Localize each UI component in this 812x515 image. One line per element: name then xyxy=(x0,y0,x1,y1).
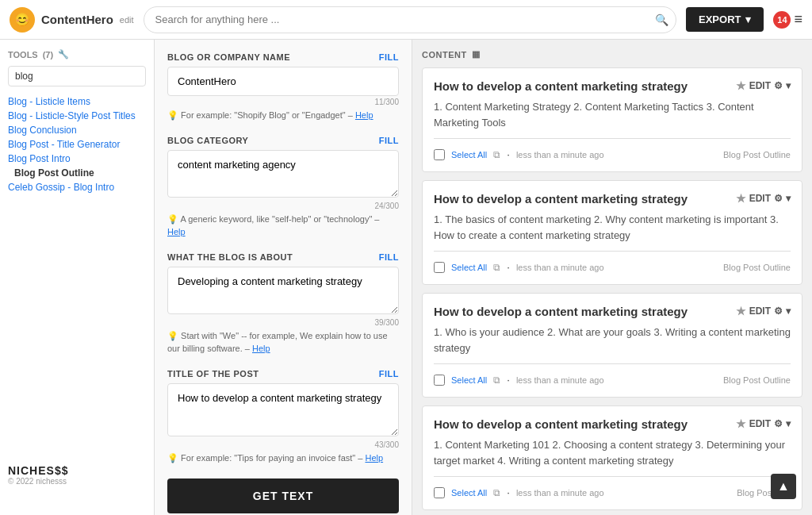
select-all-link[interactable]: Select All xyxy=(451,150,487,159)
card-type: Blog Post Outline xyxy=(723,375,791,385)
chevron-down-icon[interactable]: ▾ xyxy=(786,306,791,317)
title-hint-link[interactable]: Help xyxy=(365,453,383,463)
company-char-count: 11/300 xyxy=(167,98,399,106)
card-title-area: How to develop a content marketing strat… xyxy=(434,192,791,206)
card-body: 1. The basics of content marketing 2. Wh… xyxy=(434,212,791,243)
sidebar-item-post-intro[interactable]: Blog Post Intro xyxy=(8,152,146,166)
company-fill-link[interactable]: FILL xyxy=(379,52,399,62)
card-footer-left: Select All ⧉ · less than a minute ago xyxy=(434,374,604,386)
sidebar-item-celeb-gossip[interactable]: Celeb Gossip - Blog Intro xyxy=(8,180,146,194)
card-time: less than a minute ago xyxy=(516,150,604,159)
post-title-input[interactable]: How to develop a content marketing strat… xyxy=(167,383,399,436)
logo-edit-link[interactable]: edit xyxy=(120,15,134,25)
logo-icon: 😊 xyxy=(10,7,35,33)
content-card: How to develop a content marketing strat… xyxy=(422,293,802,398)
card-body: 1. Content Marketing 101 2. Choosing a c… xyxy=(434,437,791,468)
search-wrapper: 🔍 xyxy=(144,6,676,33)
form-panel: BLOG OR COMPANY NAME FILL 11/300 💡 For e… xyxy=(155,40,412,515)
category-hint-link[interactable]: Help xyxy=(167,227,186,236)
logo-area: 😊 ContentHero edit xyxy=(10,7,134,33)
company-hint: 💡 For example: "Shopify Blog" or "Engadg… xyxy=(167,110,399,121)
title-fill-link[interactable]: FILL xyxy=(379,369,399,379)
edit-link[interactable]: EDIT xyxy=(749,80,771,91)
about-fill-link[interactable]: FILL xyxy=(379,252,399,262)
app-name: ContentHero xyxy=(41,13,113,26)
sidebar-item-listicle-titles[interactable]: Blog - Listicle-Style Post Titles xyxy=(8,109,146,123)
sidebar-item-listicle-items[interactable]: Blog - Listicle Items xyxy=(8,94,146,109)
blog-category-label: BLOG CATEGORY FILL xyxy=(167,136,399,145)
copy-icon[interactable]: ⧉ xyxy=(493,262,500,273)
get-text-button[interactable]: GET TEXT xyxy=(167,478,399,513)
select-all-link[interactable]: Select All xyxy=(451,488,487,498)
star-icon[interactable]: ★ xyxy=(736,79,746,92)
category-fill-link[interactable]: FILL xyxy=(379,136,399,145)
scroll-top-button[interactable]: ▲ xyxy=(771,474,796,499)
card-checkbox[interactable] xyxy=(434,487,445,498)
card-body: 1. Who is your audience 2. What are your… xyxy=(434,325,791,356)
dot-separator: · xyxy=(507,261,510,273)
card-title-text: How to develop a content marketing strat… xyxy=(434,305,730,318)
card-type: Blog Post Outline xyxy=(723,150,791,159)
gear-icon[interactable]: ⚙ xyxy=(774,193,783,204)
search-input[interactable] xyxy=(144,6,676,33)
card-checkbox[interactable] xyxy=(434,149,445,160)
notification-button[interactable]: 14 xyxy=(773,11,791,29)
chevron-down-icon[interactable]: ▾ xyxy=(786,193,791,204)
card-footer-left: Select All ⧉ · less than a minute ago xyxy=(434,148,604,160)
wrench-icon[interactable]: 🔧 xyxy=(58,49,69,60)
blog-category-input[interactable]: content marketing agency xyxy=(167,150,399,198)
card-actions: ★ EDIT ⚙ ▾ xyxy=(736,417,791,430)
copy-icon[interactable]: ⧉ xyxy=(493,487,500,498)
sidebar-search-input[interactable] xyxy=(8,66,146,86)
dot-separator: · xyxy=(507,374,510,386)
sidebar-item-title-generator[interactable]: Blog Post - Title Generator xyxy=(8,137,146,152)
edit-link[interactable]: EDIT xyxy=(749,193,771,204)
export-button[interactable]: EXPORT ▾ xyxy=(686,7,764,32)
company-name-label: BLOG OR COMPANY NAME FILL xyxy=(167,52,399,62)
edit-link[interactable]: EDIT xyxy=(749,306,771,317)
chevron-down-icon[interactable]: ▾ xyxy=(786,80,791,91)
copy-icon[interactable]: ⧉ xyxy=(493,149,500,160)
company-name-input[interactable] xyxy=(167,67,399,96)
card-type: Blog Post Outline xyxy=(723,263,791,272)
edit-link[interactable]: EDIT xyxy=(749,418,771,429)
card-title-area: How to develop a content marketing strat… xyxy=(434,417,791,431)
dot-separator: · xyxy=(507,148,510,160)
card-footer-left: Select All ⧉ · less than a minute ago xyxy=(434,261,604,273)
content-card: How to develop a content marketing strat… xyxy=(422,67,802,172)
card-time: less than a minute ago xyxy=(516,375,604,385)
card-checkbox[interactable] xyxy=(434,375,445,386)
content-panel: CONTENT ▦ How to develop a content marke… xyxy=(412,40,812,515)
card-actions: ★ EDIT ⚙ ▾ xyxy=(736,79,791,92)
gear-icon[interactable]: ⚙ xyxy=(774,80,783,91)
menu-icon[interactable]: ≡ xyxy=(794,11,802,28)
blog-about-input[interactable]: Developing a content marketing strategy xyxy=(167,267,399,314)
card-time: less than a minute ago xyxy=(516,488,604,498)
copy-icon[interactable]: ⧉ xyxy=(493,375,500,386)
star-icon[interactable]: ★ xyxy=(736,417,746,430)
about-hint-link[interactable]: Help xyxy=(252,344,270,353)
star-icon[interactable]: ★ xyxy=(736,192,746,205)
sidebar-item-post-outline[interactable]: Blog Post Outline xyxy=(8,166,146,180)
select-all-link[interactable]: Select All xyxy=(451,263,487,272)
dot-separator: · xyxy=(507,486,510,498)
chevron-down-icon[interactable]: ▾ xyxy=(786,418,791,429)
main-content: TOOLS (7) 🔧 Blog - Listicle Items Blog -… xyxy=(0,40,812,515)
card-footer: Select All ⧉ · less than a minute ago Bl… xyxy=(434,374,791,386)
card-checkbox[interactable] xyxy=(434,262,445,273)
gear-icon[interactable]: ⚙ xyxy=(774,418,783,429)
company-hint-link[interactable]: Help xyxy=(355,110,373,120)
tools-header: TOOLS (7) 🔧 xyxy=(8,49,146,60)
blog-about-field: WHAT THE BLOG IS ABOUT FILL Developing a… xyxy=(167,252,399,355)
blog-category-field: BLOG CATEGORY FILL content marketing age… xyxy=(167,136,399,238)
select-all-link[interactable]: Select All xyxy=(451,375,487,385)
category-char-count: 24/300 xyxy=(167,202,399,210)
star-icon[interactable]: ★ xyxy=(736,305,746,317)
sidebar-item-conclusion[interactable]: Blog Conclusion xyxy=(8,123,146,137)
card-title-text: How to develop a content marketing strat… xyxy=(434,192,730,206)
gear-icon[interactable]: ⚙ xyxy=(774,306,783,317)
card-title-area: How to develop a content marketing strat… xyxy=(434,305,791,318)
tools-label: TOOLS xyxy=(8,50,38,60)
card-actions: ★ EDIT ⚙ ▾ xyxy=(736,305,791,317)
content-card: How to develop a content marketing strat… xyxy=(422,180,802,285)
